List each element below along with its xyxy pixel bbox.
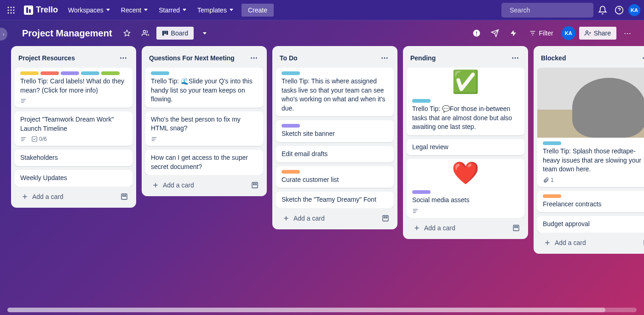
label-orange[interactable] [543, 194, 561, 198]
board-canvas[interactable]: Project Resources⋯Trello Tip: Card label… [0, 46, 644, 315]
search-box[interactable] [501, 3, 593, 18]
list-menu-icon[interactable]: ⋯ [248, 52, 259, 64]
label-purple[interactable] [282, 124, 300, 128]
card[interactable]: Sketch the "Teamy Dreamy" Font [276, 192, 394, 208]
filter-label: Filter [539, 29, 553, 37]
list-menu-icon[interactable]: ⋯ [379, 52, 390, 64]
card[interactable]: Project "Teamwork Dream Work" Launch Tim… [15, 111, 132, 146]
chevron-down-icon [230, 9, 233, 11]
card-labels [412, 99, 519, 103]
card[interactable]: ✅Trello Tip: 💬For those in-between tasks… [407, 68, 524, 135]
card-title: How can I get access to the super secret… [151, 153, 258, 171]
search-input[interactable] [510, 6, 590, 14]
add-card-button[interactable]: Add a card [540, 236, 641, 249]
card[interactable]: Curate customer list [276, 166, 394, 188]
board-title[interactable]: Project Management [18, 28, 116, 39]
card[interactable]: Who's the best person to fix my HTML sna… [145, 111, 263, 146]
svg-rect-57 [515, 227, 518, 228]
card[interactable]: Sketch site banner [276, 120, 394, 142]
star-icon[interactable] [120, 26, 134, 41]
trello-logo[interactable]: Trello [20, 5, 62, 15]
help-icon[interactable] [612, 3, 627, 18]
list-header: Pending⋯ [407, 50, 524, 68]
label-lime[interactable] [101, 71, 120, 75]
avatar[interactable]: KA [628, 4, 640, 16]
label-sky[interactable] [543, 141, 561, 145]
list-title[interactable]: Questions For Next Meeting [149, 54, 235, 62]
card[interactable]: Freelancer contracts [537, 191, 644, 213]
scrollbar-thumb[interactable] [7, 308, 605, 312]
label-red[interactable] [40, 71, 59, 75]
list-menu-icon[interactable]: ⋯ [640, 52, 644, 64]
card-template-icon[interactable] [641, 237, 644, 248]
svg-point-14 [143, 30, 145, 33]
notifications-icon[interactable] [595, 3, 610, 18]
label-sky[interactable] [81, 71, 99, 75]
nav-templates[interactable]: Templates [193, 4, 238, 17]
description-icon [20, 98, 27, 104]
create-button[interactable]: Create [242, 4, 274, 17]
card[interactable]: Budget approval [537, 216, 644, 233]
label-purple[interactable] [61, 71, 79, 75]
cards-container: Trello Tip: Card labels! What do they me… [15, 68, 132, 187]
svg-rect-17 [166, 31, 168, 35]
label-sky[interactable] [282, 71, 300, 75]
card-template-icon[interactable] [249, 180, 260, 191]
label-orange[interactable] [282, 170, 300, 174]
label-sky[interactable] [151, 71, 169, 75]
card[interactable]: Weekly Updates [15, 170, 132, 187]
rocket-icon[interactable] [488, 26, 502, 41]
card-template-icon[interactable] [380, 213, 391, 224]
card[interactable]: ❤️Social media assets [407, 159, 524, 218]
card[interactable]: How can I get access to the super secret… [145, 150, 263, 175]
board-member-avatar[interactable]: KA [562, 26, 575, 40]
add-card-button[interactable]: Add a card [17, 190, 119, 203]
board-header: Project Management Board Filter KA Share… [0, 20, 644, 46]
label-yellow[interactable] [20, 71, 39, 75]
card-title: Legal review [412, 143, 519, 152]
svg-rect-35 [32, 137, 37, 142]
nav-workspaces[interactable]: Workspaces [63, 4, 115, 17]
card[interactable]: Edit email drafts [276, 146, 394, 163]
list-menu-icon[interactable]: ⋯ [118, 52, 129, 64]
alert-icon[interactable] [469, 26, 484, 41]
board-menu-icon[interactable]: ⋯ [620, 26, 635, 41]
horizontal-scrollbar[interactable] [7, 308, 637, 312]
list-title[interactable]: Pending [410, 54, 436, 62]
card-labels [543, 194, 644, 198]
card-labels [282, 71, 388, 75]
list-footer: Add a card [15, 187, 132, 204]
list-title[interactable]: Project Resources [18, 54, 75, 62]
description-icon [412, 208, 419, 214]
card-labels [151, 71, 258, 75]
card[interactable]: Trello Tip: Card labels! What do they me… [15, 68, 132, 108]
cards-container: ✅Trello Tip: 💬For those in-between tasks… [407, 68, 524, 218]
add-card-button[interactable]: Add a card [409, 222, 511, 234]
card-labels [282, 124, 388, 128]
share-button[interactable]: Share [579, 27, 616, 40]
card-template-icon[interactable] [511, 222, 522, 233]
apps-switcher-icon[interactable] [4, 3, 18, 18]
card-template-icon[interactable] [119, 191, 130, 202]
add-card-button[interactable]: Add a card [279, 212, 380, 225]
card[interactable]: Stakeholders [15, 150, 132, 166]
board-view-switcher[interactable]: Board [156, 27, 194, 40]
chevron-down-icon [144, 9, 148, 11]
label-sky[interactable] [412, 99, 431, 103]
card-title: Trello Tip: 🌊Slide your Q's into this ha… [151, 77, 258, 104]
nav-recent[interactable]: Recent [116, 4, 152, 17]
list-title[interactable]: Blocked [541, 54, 566, 62]
workspace-visible-icon[interactable] [138, 26, 153, 41]
filter-button[interactable]: Filter [524, 27, 558, 40]
card[interactable]: Trello Tip: 🌊Slide your Q's into this ha… [145, 68, 263, 108]
add-card-button[interactable]: Add a card [148, 179, 249, 192]
card[interactable]: Trello Tip: Splash those redtape-heavy i… [537, 68, 644, 187]
automation-icon[interactable] [506, 26, 521, 41]
card[interactable]: Legal review [407, 139, 524, 156]
nav-starred[interactable]: Starred [154, 4, 191, 17]
label-purple[interactable] [412, 190, 431, 194]
list-title[interactable]: To Do [280, 54, 298, 62]
list-menu-icon[interactable]: ⋯ [510, 52, 521, 64]
card[interactable]: Trello Tip: This is where assigned tasks… [276, 68, 394, 117]
view-options-icon[interactable] [197, 26, 212, 41]
